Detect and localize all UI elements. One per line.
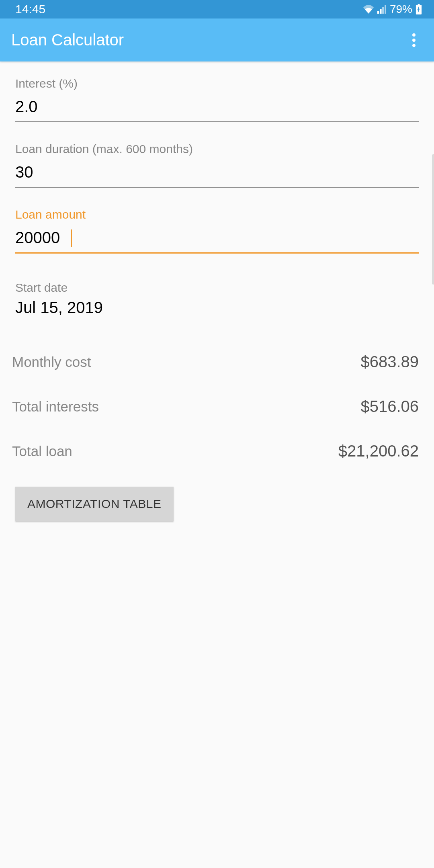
more-vert-icon <box>412 33 416 47</box>
start-date-field[interactable]: Start date Jul 15, 2019 <box>15 281 419 317</box>
monthly-cost-value: $683.89 <box>360 353 419 371</box>
svg-point-2 <box>412 44 416 47</box>
duration-label: Loan duration (max. 600 months) <box>15 142 419 156</box>
app-title: Loan Calculator <box>11 31 124 49</box>
interest-field: Interest (%) <box>15 77 419 122</box>
start-date-label: Start date <box>15 281 419 295</box>
total-loan-label: Total loan <box>12 443 72 459</box>
duration-input[interactable] <box>15 163 419 188</box>
start-date-value: Jul 15, 2019 <box>15 299 419 317</box>
total-interests-value: $516.06 <box>360 397 419 416</box>
results-section: Monthly cost $683.89 Total interests $51… <box>12 338 419 460</box>
amount-input[interactable] <box>15 229 419 254</box>
total-interests-row: Total interests $516.06 <box>12 397 419 416</box>
amount-field: Loan amount <box>15 208 419 254</box>
total-loan-row: Total loan $21,200.62 <box>12 442 419 460</box>
battery-percent: 79% <box>390 3 412 16</box>
battery-icon <box>416 4 422 14</box>
duration-field: Loan duration (max. 600 months) <box>15 142 419 188</box>
monthly-cost-row: Monthly cost $683.89 <box>12 353 419 371</box>
amount-label: Loan amount <box>15 208 419 221</box>
total-loan-value: $21,200.62 <box>338 442 419 460</box>
overflow-menu-button[interactable] <box>405 31 423 49</box>
signal-icon <box>377 5 387 14</box>
interest-label: Interest (%) <box>15 77 419 90</box>
interest-input[interactable] <box>15 98 419 122</box>
amortization-button[interactable]: AMORTIZATION TABLE <box>15 487 174 521</box>
app-bar: Loan Calculator <box>0 18 434 61</box>
total-interests-label: Total interests <box>12 399 99 415</box>
content-area: Interest (%) Loan duration (max. 600 mon… <box>0 61 434 521</box>
scroll-indicator[interactable] <box>432 154 434 285</box>
status-bar: 14:45 79% <box>0 0 434 18</box>
svg-point-1 <box>412 39 416 42</box>
status-time: 14:45 <box>15 2 45 16</box>
monthly-cost-label: Monthly cost <box>12 354 91 370</box>
svg-point-0 <box>412 33 416 37</box>
wifi-icon <box>363 5 374 14</box>
text-cursor <box>71 229 72 247</box>
status-indicators: 79% <box>363 3 422 16</box>
